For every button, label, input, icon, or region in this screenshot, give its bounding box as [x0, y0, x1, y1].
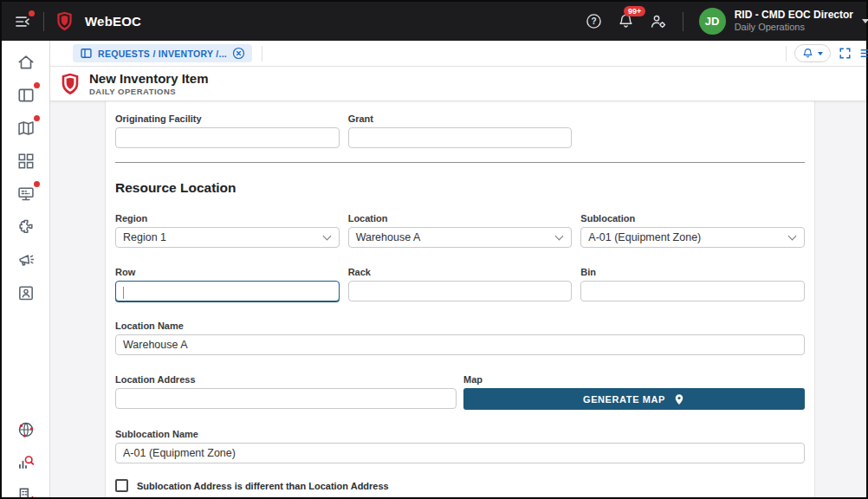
caret-down-icon: [862, 19, 868, 23]
map-label: Map: [463, 374, 805, 385]
close-icon[interactable]: [232, 47, 245, 60]
rack-input[interactable]: [348, 281, 573, 301]
topbar: WebEOC ? 99+ JD RID - CMD EOC Director D…: [2, 2, 866, 41]
sublocation-address-checkbox[interactable]: [115, 479, 128, 492]
board-icon: [80, 47, 93, 60]
grant-input[interactable]: [348, 127, 573, 148]
sidebar-item-dashboard[interactable]: [16, 151, 36, 172]
svg-text:?: ?: [591, 16, 596, 26]
topbar-divider: [43, 12, 44, 31]
user-role: RID - CMD EOC Director: [735, 9, 853, 22]
page-subtitle: DAILY OPERATIONS: [89, 87, 209, 96]
sidebar-bottom-group: [16, 419, 36, 497]
tabbar-actions: [786, 44, 866, 62]
tab-label: REQUESTS / INVENTORY /...: [98, 49, 227, 59]
inventory-form-panel: Originating Facility Grant Resource Loca…: [105, 101, 815, 497]
sidebar-item-contacts[interactable]: [16, 282, 36, 303]
bin-field: Bin: [580, 267, 805, 301]
grant-field: Grant: [348, 113, 573, 148]
location-address-input[interactable]: [115, 388, 457, 409]
rack-field: Rack: [348, 267, 573, 301]
notification-count-badge: 99+: [624, 6, 645, 16]
location-name-field: Location Name: [115, 321, 805, 355]
row-field: Row: [115, 267, 340, 301]
sublocation-select[interactable]: A-01 (Equipment Zone): [580, 227, 805, 248]
page-title: New Inventory Item: [89, 71, 209, 86]
list-menu-icon[interactable]: [859, 47, 868, 60]
sublocation-name-input[interactable]: [115, 443, 805, 463]
row-label: Row: [115, 267, 340, 277]
tabbar-actions-divider: [786, 46, 787, 62]
maps-alert-dot: [34, 115, 40, 121]
topbar-divider-2: [683, 12, 683, 31]
map-pin-icon: [673, 393, 685, 405]
user-admin-icon[interactable]: [650, 13, 667, 30]
bin-input[interactable]: [580, 281, 805, 301]
originating-facility-input[interactable]: [115, 127, 340, 148]
help-icon[interactable]: ?: [586, 13, 602, 29]
location-name-label: Location Name: [115, 321, 805, 331]
location-address-field: Location Address: [115, 374, 457, 410]
board-shield-logo: [61, 73, 80, 95]
sublocation-name-label: Sublocation Name: [115, 429, 805, 439]
region-field: Region Region 1: [115, 213, 340, 248]
user-context: Daily Operations: [735, 22, 853, 34]
form-scroll-area[interactable]: Originating Facility Grant Resource Loca…: [50, 101, 866, 497]
chevron-down-icon: [322, 231, 331, 240]
fullscreen-icon[interactable]: [839, 47, 852, 60]
tab-notifications-button[interactable]: [794, 44, 831, 62]
sidebar-item-search-analytics[interactable]: [16, 452, 36, 473]
menu-alert-dot: [29, 10, 35, 16]
sublocation-field: Sublocation A-01 (Equipment Zone): [580, 213, 805, 248]
grant-label: Grant: [348, 113, 573, 124]
location-field: Location Warehouse A: [348, 213, 573, 248]
sidebar-item-plugins[interactable]: [16, 217, 36, 237]
sidebar-item-home[interactable]: [16, 52, 36, 73]
sublocation-label: Sublocation: [580, 213, 805, 224]
section-heading: Resource Location: [115, 180, 805, 196]
section-divider: [115, 162, 805, 163]
chevron-down-icon: [555, 231, 564, 240]
sublocation-address-checkbox-label: Sublocation Address is different than Lo…: [137, 481, 389, 491]
sidebar-item-maps[interactable]: [16, 118, 36, 139]
avatar[interactable]: JD: [699, 8, 726, 35]
bell-icon: [802, 48, 813, 59]
map-field: Map GENERATE MAP: [463, 374, 805, 410]
user-menu[interactable]: JD RID - CMD EOC Director Daily Operatio…: [699, 8, 866, 35]
sidebar-item-globe[interactable]: [16, 419, 36, 440]
location-label: Location: [348, 213, 573, 224]
topbar-left: WebEOC: [2, 11, 141, 31]
sublocation-address-checkbox-row: Sublocation Address is different than Lo…: [115, 479, 805, 492]
row-input[interactable]: [115, 281, 340, 301]
originating-facility-field: Originating Facility: [115, 113, 340, 148]
generate-map-button[interactable]: GENERATE MAP: [463, 388, 805, 410]
brand-shield-icon: [56, 11, 73, 31]
menu-collapse-icon[interactable]: [14, 13, 31, 30]
location-select[interactable]: Warehouse A: [348, 227, 573, 248]
text-cursor: [123, 287, 124, 299]
tab-requests-inventory[interactable]: REQUESTS / INVENTORY /...: [73, 44, 252, 62]
region-select[interactable]: Region 1: [115, 227, 340, 248]
generate-map-label: GENERATE MAP: [583, 394, 665, 405]
region-label: Region: [115, 213, 340, 224]
sidebar: [2, 41, 50, 497]
bin-label: Bin: [580, 267, 805, 277]
sublocation-value: A-01 (Equipment Zone): [588, 231, 701, 243]
originating-facility-label: Originating Facility: [115, 113, 340, 124]
sidebar-item-boards[interactable]: [16, 85, 36, 106]
rack-label: Rack: [348, 267, 573, 277]
message-board-alert-dot: [34, 181, 40, 187]
app-title: WebEOC: [85, 14, 141, 29]
boards-alert-dot: [34, 82, 40, 88]
notifications-bell-icon[interactable]: 99+: [618, 13, 634, 29]
sidebar-item-facility-report[interactable]: [16, 485, 36, 497]
topbar-right: ? 99+ JD RID - CMD EOC Director Daily Op…: [586, 8, 866, 35]
sidebar-item-message-board[interactable]: [16, 184, 36, 204]
page-header: New Inventory Item DAILY OPERATIONS: [50, 67, 866, 101]
location-value: Warehouse A: [356, 231, 421, 243]
sidebar-item-announcements[interactable]: [16, 250, 36, 270]
tab-divider: [262, 46, 262, 62]
app-window: WebEOC ? 99+ JD RID - CMD EOC Director D…: [0, 0, 868, 499]
location-address-label: Location Address: [115, 374, 457, 385]
location-name-input[interactable]: [115, 334, 805, 355]
